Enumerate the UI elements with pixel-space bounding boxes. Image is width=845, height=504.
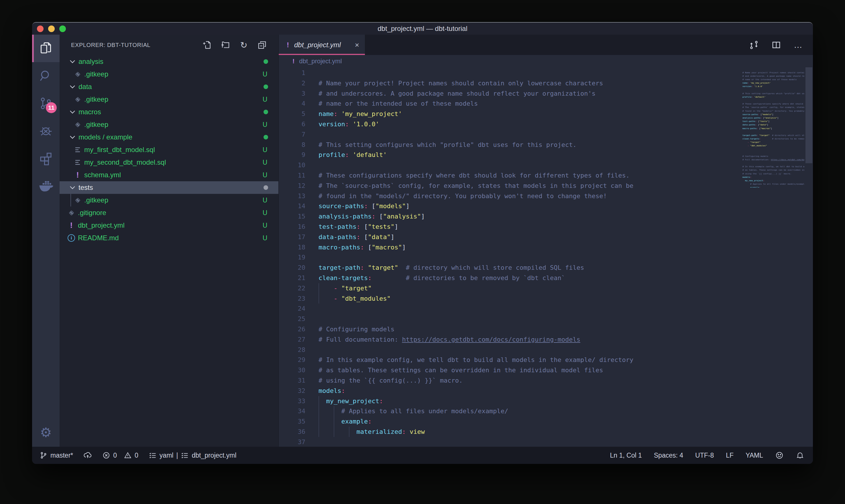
indentation-setting[interactable]: Spaces: 4 bbox=[654, 452, 683, 459]
scm-changes-badge: 11 bbox=[46, 102, 57, 113]
activitybar-debug[interactable] bbox=[32, 117, 59, 145]
tree-item-analysis[interactable]: analysis bbox=[59, 55, 278, 68]
refresh-icon[interactable]: ↻ bbox=[239, 40, 249, 50]
code-lines: 12# Name your project! Project names sho… bbox=[279, 68, 738, 447]
code-line: 31# using the `{{ config(...) }}` macro. bbox=[279, 375, 738, 386]
language-mode[interactable]: YAML bbox=[745, 452, 763, 459]
tree-item--gitignore[interactable]: .gitignoreU bbox=[59, 206, 278, 219]
breadcrumb[interactable]: ! dbt_project.yml bbox=[279, 55, 813, 67]
chevron-down-icon bbox=[69, 185, 76, 190]
collapse-folders-icon[interactable] bbox=[257, 40, 267, 50]
cursor-position[interactable]: Ln 1, Col 1 bbox=[610, 452, 642, 459]
tree-item-models-example[interactable]: models / example bbox=[59, 131, 278, 143]
git-file-icon bbox=[73, 95, 82, 104]
code-line: 26# Configuring models bbox=[279, 324, 738, 335]
tab-label: dbt_project.yml bbox=[294, 41, 341, 49]
tree-item-my-second-dbt-model-sql[interactable]: my_second_dbt_model.sqlU bbox=[59, 156, 278, 169]
open-changes-icon[interactable] bbox=[749, 40, 759, 50]
git-untracked-badge: U bbox=[260, 121, 269, 129]
split-editor-icon[interactable] bbox=[771, 40, 781, 50]
tree-item--gitkeep[interactable]: .gitkeepU bbox=[59, 93, 278, 106]
git-untracked-badge: U bbox=[260, 159, 269, 166]
git-file-icon bbox=[73, 70, 82, 78]
tree-item-macros[interactable]: macros bbox=[59, 106, 278, 118]
tab-dbt-project-yml[interactable]: ! dbt_project.yml × bbox=[279, 35, 365, 55]
minimap-line bbox=[742, 99, 804, 102]
code-line: 10 bbox=[279, 160, 738, 170]
tree-item-tests[interactable]: tests bbox=[59, 181, 278, 194]
minimap-line: profile: 'default' bbox=[742, 95, 804, 98]
line-number: 1 bbox=[279, 68, 319, 78]
code-line: 5name: 'my_new_project' bbox=[279, 109, 738, 119]
activitybar-docker[interactable] bbox=[32, 172, 59, 200]
new-file-icon[interactable] bbox=[202, 40, 212, 50]
tree-item-readme-md[interactable]: iREADME.mdU bbox=[59, 232, 278, 244]
git-untracked-badge: U bbox=[260, 146, 269, 154]
editor-scrollbar-thumb[interactable] bbox=[806, 67, 812, 163]
minimap-line: # name or the intended use of these mode… bbox=[742, 78, 804, 81]
line-number: 8 bbox=[279, 140, 319, 150]
code-line: 18macro-paths: ["macros"] bbox=[279, 242, 738, 253]
line-number: 5 bbox=[279, 109, 319, 119]
code-line: 37 bbox=[279, 437, 738, 447]
code-line: 25 bbox=[279, 314, 738, 324]
code-line: 28 bbox=[279, 345, 738, 355]
activitybar-search[interactable] bbox=[32, 62, 59, 90]
folder-label: macros bbox=[78, 108, 101, 116]
activitybar-settings[interactable]: ⚙ bbox=[32, 418, 59, 447]
minimap-line bbox=[742, 162, 804, 165]
code-line: 9profile: 'default' bbox=[279, 150, 738, 160]
code-line: 35 example: bbox=[279, 416, 738, 427]
line-number: 26 bbox=[279, 324, 319, 335]
encoding-setting[interactable]: UTF-8 bbox=[695, 452, 714, 459]
tab-bar: ! dbt_project.yml × bbox=[279, 35, 813, 55]
sql-file-icon bbox=[73, 158, 82, 167]
minimap-line: models: bbox=[742, 175, 804, 179]
minimap-line: name: 'my_new_project' bbox=[742, 81, 804, 85]
notifications-bell-icon[interactable] bbox=[796, 451, 804, 460]
activitybar-source-control[interactable]: 11 bbox=[32, 90, 59, 117]
activitybar-extensions[interactable] bbox=[32, 145, 59, 172]
new-folder-icon[interactable] bbox=[220, 40, 230, 50]
tree-item--gitkeep[interactable]: .gitkeepU bbox=[59, 194, 278, 206]
code-line: 24 bbox=[279, 304, 738, 314]
tree-item-data[interactable]: data bbox=[59, 80, 278, 93]
minimap-line: # This setting configures which "profile… bbox=[742, 92, 804, 95]
errors-count: 0 bbox=[113, 452, 117, 459]
activitybar-explorer[interactable] bbox=[32, 35, 59, 62]
feedback-smiley-icon[interactable] bbox=[775, 451, 784, 460]
code-line: 19 bbox=[279, 252, 738, 263]
branch-label: master* bbox=[50, 452, 73, 459]
dbt-language-status[interactable]: yaml | dbt_project.yml bbox=[149, 451, 237, 459]
git-untracked-badge: U bbox=[260, 96, 269, 103]
sync-publish-icon[interactable] bbox=[83, 451, 92, 460]
more-actions-icon[interactable]: … bbox=[794, 40, 803, 50]
git-branch-status[interactable]: master* bbox=[39, 451, 73, 459]
line-number: 22 bbox=[279, 283, 319, 293]
file-label: .gitkeep bbox=[84, 196, 108, 204]
folder-label: analysis bbox=[78, 57, 103, 66]
code-line: 32models: bbox=[279, 386, 738, 396]
gear-icon: ⚙ bbox=[40, 425, 52, 440]
line-number: 7 bbox=[279, 129, 319, 140]
tab-close-icon[interactable]: × bbox=[355, 41, 359, 49]
editor-group: ! dbt_project.yml × bbox=[279, 35, 813, 447]
line-number: 27 bbox=[279, 335, 319, 345]
indent-guide bbox=[319, 427, 319, 437]
line-number: 35 bbox=[279, 416, 319, 427]
eol-setting[interactable]: LF bbox=[726, 452, 734, 459]
explorer-title: EXPLORER: DBT-TUTORIAL bbox=[71, 42, 150, 48]
tree-item--gitkeep[interactable]: .gitkeepU bbox=[59, 68, 278, 80]
tree-item--gitkeep[interactable]: .gitkeepU bbox=[59, 118, 278, 131]
tree-item-dbt-project-yml[interactable]: !dbt_project.ymlU bbox=[59, 219, 278, 232]
tree-item-schema-yml[interactable]: !schema.ymlU bbox=[59, 169, 278, 181]
code-area[interactable]: 12# Name your project! Project names sho… bbox=[279, 67, 813, 447]
tree-item-my-first-dbt-model-sql[interactable]: my_first_dbt_model.sqlU bbox=[59, 143, 278, 156]
line-number: 13 bbox=[279, 191, 319, 201]
chevron-down-icon bbox=[69, 59, 76, 64]
minimap[interactable]: # Name your project! Project names shoul… bbox=[742, 67, 804, 187]
problems-status[interactable]: 0 0 bbox=[102, 451, 138, 459]
folder-label: data bbox=[78, 83, 92, 91]
line-number: 32 bbox=[279, 386, 319, 396]
editor-actions: … bbox=[749, 35, 813, 55]
